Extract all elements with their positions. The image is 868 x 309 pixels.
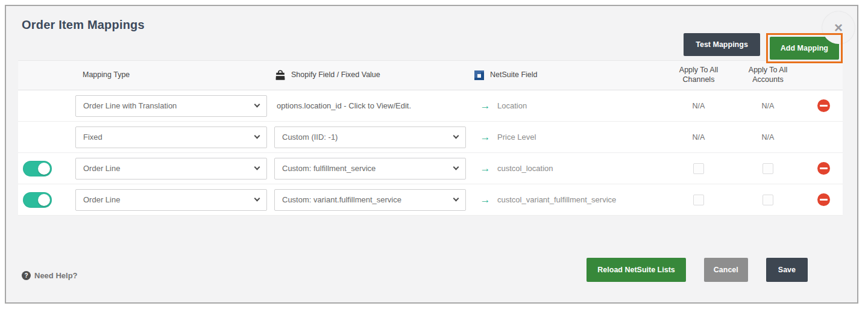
- delete-row-button[interactable]: [817, 193, 830, 206]
- netsuite-header-label: NetSuite Field: [490, 70, 538, 80]
- apply-accounts-checkbox[interactable]: [763, 163, 773, 174]
- apply-channels-checkbox[interactable]: [693, 163, 704, 174]
- close-button[interactable]: ×: [822, 11, 855, 44]
- toggle-knob: [38, 163, 50, 175]
- mapping-type-value: Order Line with Translation: [83, 101, 177, 110]
- table-row: Order Line with Translation options.loca…: [18, 90, 843, 122]
- need-help-label: Need Help?: [34, 271, 78, 280]
- chevron-down-icon: [254, 164, 260, 170]
- arrow-right-icon: →: [480, 163, 491, 175]
- mapping-type-select[interactable]: Order Line: [75, 189, 267, 211]
- delete-row-button[interactable]: [817, 99, 830, 112]
- mapping-type-value: Order Line: [83, 164, 120, 173]
- mapping-type-value: Fixed: [83, 133, 102, 142]
- mapping-type-header-label: Mapping Type: [83, 70, 130, 80]
- header-apply-accounts: Apply To All Accounts: [732, 66, 804, 84]
- mapping-type-value: Order Line: [83, 195, 120, 204]
- shopify-field-select[interactable]: Custom (IID: -1): [274, 126, 466, 148]
- netsuite-field-value: Price Level: [497, 133, 536, 142]
- order-item-mappings-panel: Order Item Mappings Test Mappings Add Ma…: [5, 5, 858, 304]
- mapping-type-select[interactable]: Order Line with Translation: [75, 95, 267, 117]
- arrow-right-icon: →: [480, 131, 491, 143]
- netsuite-field-value: custcol_variant_fulfillment_service: [497, 195, 616, 204]
- header-shopify-field: Shopify Field / Fixed Value: [274, 69, 473, 81]
- chevron-down-icon: [453, 164, 459, 170]
- reload-netsuite-lists-button[interactable]: Reload NetSuite Lists: [587, 258, 686, 282]
- shopify-field-select[interactable]: Custom: variant.fulfillment_service: [274, 189, 466, 211]
- test-mappings-button[interactable]: Test Mappings: [684, 33, 760, 56]
- netsuite-icon: [473, 69, 485, 81]
- shopify-icon: [274, 69, 286, 81]
- apply-accounts-value: N/A: [762, 102, 775, 110]
- page-title: Order Item Mappings: [22, 18, 145, 32]
- delete-row-button[interactable]: [817, 162, 830, 175]
- question-circle-icon: ?: [22, 271, 31, 280]
- close-icon: ×: [834, 19, 843, 36]
- apply-channels-value: N/A: [693, 133, 705, 142]
- save-button[interactable]: Save: [766, 258, 808, 282]
- mapping-type-select[interactable]: Order Line: [75, 158, 267, 179]
- arrow-right-icon: →: [480, 194, 491, 206]
- chevron-down-icon: [254, 102, 260, 108]
- apply-accounts-line2: Accounts: [752, 75, 783, 84]
- apply-channels-value: N/A: [693, 102, 705, 110]
- toolbar: Test Mappings Add Mapping: [684, 33, 843, 63]
- apply-accounts-line1: Apply To All: [749, 66, 787, 74]
- mapping-table: Mapping Type Shopify Field / Fixed Value: [18, 60, 843, 216]
- toggle-knob: [38, 194, 50, 206]
- need-help-link[interactable]: ? Need Help?: [22, 271, 78, 280]
- shopify-header-label: Shopify Field / Fixed Value: [291, 70, 380, 80]
- header-apply-channels: Apply To All Channels: [665, 66, 732, 84]
- table-row: Order Line Custom: variant.fulfillment_s…: [18, 184, 843, 216]
- table-row: Order Line Custom: fulfillment_service →…: [18, 153, 843, 184]
- row-enabled-toggle[interactable]: [23, 161, 52, 176]
- apply-channels-checkbox[interactable]: [693, 195, 704, 205]
- netsuite-field-value: custcol_location: [497, 164, 553, 173]
- arrow-right-icon: →: [480, 100, 491, 112]
- apply-accounts-checkbox[interactable]: [763, 195, 773, 205]
- chevron-down-icon: [453, 133, 459, 139]
- table-row: Fixed Custom (IID: -1) → Price Level N/A…: [18, 122, 843, 153]
- apply-channels-line1: Apply To All: [679, 66, 718, 74]
- shopify-field-value: Custom (IID: -1): [282, 133, 338, 142]
- row-enabled-toggle[interactable]: [23, 192, 52, 208]
- table-header-row: Mapping Type Shopify Field / Fixed Value: [18, 60, 843, 90]
- chevron-down-icon: [453, 196, 459, 202]
- shopify-field-select[interactable]: Custom: fulfillment_service: [274, 158, 466, 179]
- header-netsuite-field: NetSuite Field: [473, 69, 665, 81]
- apply-channels-line2: Channels: [683, 75, 715, 84]
- header-mapping-type: Mapping Type: [75, 70, 274, 80]
- chevron-down-icon: [254, 196, 260, 202]
- footer-buttons: Reload NetSuite Lists Cancel Save: [587, 258, 808, 282]
- chevron-down-icon: [254, 133, 260, 139]
- mapping-type-select[interactable]: Fixed: [75, 126, 267, 148]
- apply-accounts-value: N/A: [762, 133, 775, 142]
- shopify-field-link[interactable]: options.location_id - Click to View/Edit…: [274, 101, 411, 110]
- cancel-button[interactable]: Cancel: [704, 258, 748, 282]
- shopify-field-value: Custom: variant.fulfillment_service: [282, 195, 401, 204]
- shopify-field-value: Custom: fulfillment_service: [282, 164, 376, 173]
- netsuite-field-value: Location: [497, 101, 527, 110]
